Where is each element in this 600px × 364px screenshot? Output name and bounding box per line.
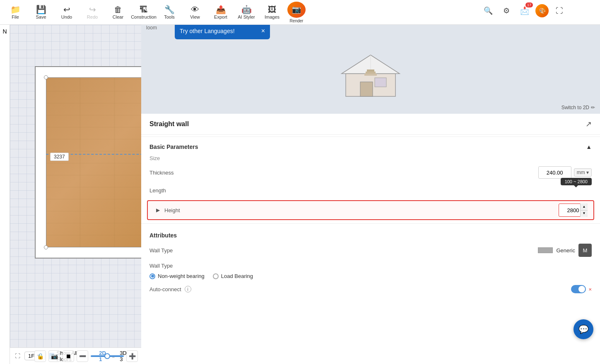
toolbar-redo[interactable]: ↪ Redo [80,2,104,23]
wall-type2-label: Wall Type [149,263,592,269]
save-icon: 💾 [36,5,46,14]
attributes-label: Attributes [149,232,592,239]
height-label: Height [164,207,559,213]
zoom-out-button[interactable]: ➖ [77,350,88,362]
unit-chevron: ▾ [586,170,589,175]
toolbar-tools[interactable]: 🔧 Tools [157,2,181,23]
room-area [46,77,141,247]
toolbar-clear[interactable]: 🗑 Clear [106,2,130,23]
top-right-icons: 🔍 ⚙ 📩 17 🎨 ⛶ [481,3,567,18]
right-panel: Try other Languages! × loom Switch to 2D [141,0,600,364]
toolbar-construction[interactable]: 🏗 Construction [132,2,156,23]
house-preview-svg [337,51,404,101]
svg-rect-8 [375,78,386,87]
zoom-slider[interactable] [91,355,124,357]
camera-button[interactable]: 📷 [48,350,60,362]
bottom-bar: ⛶ 1F ▼ ✓ Show All Floors 2D 1 ▲ 3D 3 ▲ 🔒… [10,347,141,364]
notification-badge: 17 [525,2,533,7]
radio-load-bearing[interactable]: Load Bearing [213,273,253,279]
length-label: Length [149,187,166,194]
properties-panel: Straight wall ↗ Basic Parameters ▲ Size … [141,114,600,364]
radio-non-weight[interactable]: Non-weight bearing [149,273,205,279]
radio-non-weight-outer [149,273,155,279]
left-bottom-icon: ⛶ [15,353,20,359]
wall-type-value: Generic [556,247,575,254]
height-row: ▶ Height ▲ ▼ [147,200,594,220]
svg-rect-11 [367,69,374,72]
wall-swatch [538,247,553,253]
toolbar-render[interactable]: 📷 Render [286,2,307,23]
toolbar-save[interactable]: 💾 Save [29,2,53,23]
radio-load-bearing-outer [213,273,219,279]
wall-type-label: Wall Type [149,247,173,254]
svg-rect-9 [364,74,377,76]
wall-type-radio-row: Non-weight bearing Load Bearing [149,273,592,279]
toolbar-export[interactable]: 📤 Export [209,2,233,23]
toolbar-file[interactable]: 📁 File [3,2,27,23]
canvas-area[interactable]: 5454 5454 3237 1619 1619 Unnamed 17.65 m… [10,25,141,347]
height-play-button[interactable]: ▶ [154,206,162,214]
switch-2d-button[interactable]: Switch to 2D ✏ [561,105,595,110]
search-button[interactable]: 🔍 [481,3,496,18]
auto-connect-row: Auto-connect i × [149,285,592,293]
expand-button[interactable]: ⛶ [552,3,567,18]
toolbar: 📁 File 💾 Save ↩ Undo ↪ Redo 🗑 Clear 🏗 Co… [0,0,600,25]
radio-non-weight-inner [151,275,154,278]
avatar-button[interactable]: 🎨 [535,4,549,17]
length-row: Length 100 ~ 2800 [141,182,600,199]
corner-handle-tl[interactable] [44,75,48,79]
chat-button[interactable]: 💬 [573,319,593,339]
dim-left: 3237 [50,153,69,161]
notification-button[interactable]: 📩 17 [517,3,532,18]
file-icon: 📁 [10,5,21,14]
toolbar-view[interactable]: 👁 View [183,2,207,23]
attributes-section: Attributes Wall Type Generic M Wall Type [141,227,600,298]
preview-3d [141,37,600,114]
floor-plan: 5454 5454 3237 1619 1619 Unnamed 17.65 m… [35,66,141,259]
language-banner: Try other Languages! × [175,23,270,39]
settings-button[interactable]: ⚙ [499,3,514,18]
corner-handle-bl[interactable] [44,245,48,249]
svg-rect-7 [360,82,373,96]
prop-title: Straight wall [149,120,189,128]
basic-params-label: Basic Parameters ▲ [141,139,600,153]
material-button[interactable]: M [578,244,592,257]
preview-header: loom [146,25,157,31]
construction-icon: 🏗 [140,5,148,14]
thickness-input[interactable] [538,166,571,179]
language-banner-close[interactable]: × [261,27,265,35]
images-icon: 🖼 [268,5,276,14]
left-panel-icon-1[interactable]: N [2,28,7,35]
switch-2d-icon: ✏ [591,105,595,110]
toggle-knob [578,286,585,292]
auto-connect-toggle[interactable] [571,285,586,293]
export-icon: 📤 [216,5,226,14]
clear-icon: 🗑 [114,5,122,14]
zoom-in-button[interactable]: ➕ [126,350,138,362]
collapse-icon[interactable]: ▲ [586,144,592,150]
zoom-slider-wrap [91,355,124,357]
length-tooltip: 100 ~ 2800 [561,178,592,185]
expand-icon[interactable]: ↗ [586,120,592,129]
thickness-unit[interactable]: mm ▾ [574,168,592,177]
redo-icon: ↪ [89,5,96,14]
toolbar-undo[interactable]: ↩ Undo [55,2,79,23]
toggle-close-icon[interactable]: × [588,286,592,292]
wall-type-row: Wall Type Generic M [149,244,592,257]
thickness-row: Thickness mm ▾ [141,163,600,182]
height-increment[interactable]: ▲ [580,204,588,211]
ai-icon: 🤖 [241,5,252,14]
render-icon: 📷 [287,2,306,18]
toolbar-images[interactable]: 🖼 Images [260,2,284,23]
toolbar-ai-styler[interactable]: 🤖 AI Styler [234,2,258,23]
undo-icon: ↩ [63,5,70,14]
view-icon: 👁 [191,5,199,14]
height-decrement[interactable]: ▼ [580,211,588,217]
prop-section-header: Straight wall ↗ [141,114,600,135]
tools-icon: 🔧 [164,5,175,14]
record-button[interactable]: ⏹ [63,350,74,362]
lock-button[interactable]: 🔒 [34,350,46,362]
left-panel: N [0,25,10,364]
thickness-label: Thickness [149,170,174,176]
auto-connect-info[interactable]: i [185,286,191,292]
